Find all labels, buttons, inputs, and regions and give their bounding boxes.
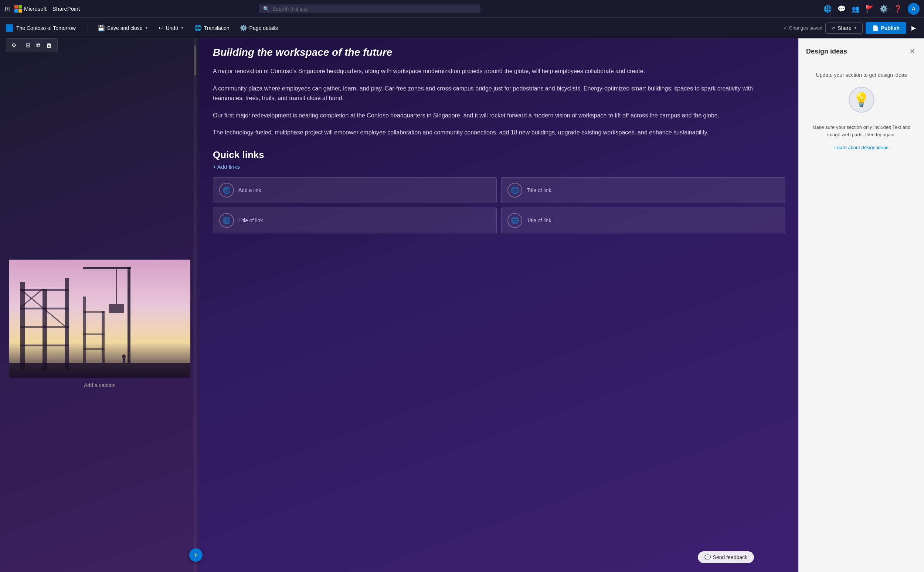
changes-saved: ✓ Changes saved — [784, 25, 822, 31]
ms-yellow-square — [19, 9, 22, 12]
link-item-3[interactable]: 🌐 Title of link — [501, 208, 785, 233]
design-lightbulb: 💡 — [847, 87, 876, 116]
brand-icon — [6, 24, 13, 32]
design-panel-title: Design ideas — [806, 48, 847, 55]
link-icon-3: 🌐 — [508, 213, 522, 228]
undo-button[interactable]: ↩ Undo ▼ — [155, 22, 187, 34]
share-label: Share — [838, 25, 851, 31]
design-panel-body: Update your section to get design ideas … — [799, 63, 924, 572]
help-icon[interactable]: 🌐 — [823, 5, 832, 13]
add-links-button[interactable]: + Add links — [213, 163, 785, 170]
sharepoint-label: SharePoint — [53, 6, 80, 12]
app-grid-icon[interactable]: ⊞ — [5, 5, 10, 13]
ms-green-square — [19, 5, 22, 8]
quick-links-title: Quick links — [213, 149, 785, 161]
link-label-2: Title of link — [238, 218, 263, 224]
copy-button[interactable]: ⧉ — [34, 40, 42, 50]
design-close-button[interactable]: ✕ — [908, 46, 916, 57]
top-navigation: ⊞ Microsoft SharePoint 🔍 🌐 💬 👥 🚩 ⚙️ ❓ A — [0, 0, 924, 18]
undo-icon: ↩ — [159, 24, 164, 31]
save-caret-icon: ▼ — [145, 26, 149, 30]
design-description: Make sure your section only includes Tex… — [806, 124, 916, 138]
send-feedback-button[interactable]: 💬 Send feedback — [698, 551, 754, 563]
add-section-icon: + — [194, 550, 198, 560]
ms-squares — [14, 5, 22, 12]
svg-rect-21 — [83, 333, 104, 335]
publish-icon: 📄 — [872, 25, 879, 31]
publish-button[interactable]: 📄 Publish — [866, 22, 906, 34]
svg-rect-10 — [20, 326, 69, 328]
article-paragraph-1: A major renovation of Contoso's Singapor… — [213, 67, 785, 76]
sidebar-toggle-icon[interactable]: ▶ — [909, 22, 918, 34]
search-icon: 🔍 — [263, 6, 270, 12]
right-content-panel: Building the workspace of the future A m… — [199, 39, 798, 572]
delete-button[interactable]: 🗑 — [44, 40, 55, 50]
add-links-label: + Add links — [213, 163, 240, 170]
undo-label: Undo — [165, 25, 178, 31]
question-icon[interactable]: ❓ — [894, 5, 902, 13]
svg-rect-22 — [83, 348, 104, 350]
brand-name: The Contoso of Tomorrow — [16, 25, 76, 31]
svg-rect-7 — [65, 278, 69, 370]
link-item-2[interactable]: 🌐 Title of link — [213, 208, 497, 233]
edit-toolbar: ✥ ⊞ ⧉ 🗑 — [6, 39, 58, 52]
scaffold-svg — [9, 260, 190, 378]
page-details-label: Page details — [249, 25, 278, 31]
page-details-button[interactable]: ⚙️ Page details — [236, 22, 282, 34]
share-icon: ↗ — [831, 25, 835, 31]
image-caption[interactable]: Add a caption — [84, 382, 116, 388]
link-icon-2: 🌐 — [219, 213, 234, 228]
design-learn-link[interactable]: Learn about design ideas — [834, 145, 888, 150]
save-close-button[interactable]: 💾 Save and close ▼ — [94, 22, 152, 34]
design-panel-header: Design ideas ✕ — [799, 39, 924, 63]
avatar[interactable]: A — [908, 3, 919, 15]
changes-saved-label: Changes saved — [789, 25, 822, 31]
microsoft-logo: Microsoft — [14, 5, 47, 12]
people-icon[interactable]: 👥 — [852, 5, 860, 13]
link-item-0[interactable]: 🌐 Add a link — [213, 177, 497, 203]
add-section-button[interactable]: + — [189, 549, 203, 562]
toolbar-right: ✓ Changes saved ↗ Share ▼ 📄 Publish ▶ — [784, 22, 918, 34]
link-label-0: Add a link — [238, 187, 261, 193]
lightbulb-circle: 💡 — [849, 87, 874, 113]
article-paragraph-3: Our first major redevelopment is nearing… — [213, 111, 785, 120]
construction-image[interactable] — [9, 260, 190, 378]
svg-rect-2 — [83, 267, 131, 269]
lightbulb-icon: 💡 — [853, 92, 869, 107]
links-grid: 🌐 Add a link 🌐 Title of link 🌐 Title of … — [213, 177, 785, 233]
ms-red-square — [14, 5, 18, 8]
svg-rect-20 — [83, 311, 104, 313]
send-feedback-label: Send feedback — [713, 554, 747, 560]
article-paragraph-2: A community plaza where employees can ga… — [213, 84, 785, 103]
publish-label: Publish — [881, 25, 900, 31]
chat-icon[interactable]: 💬 — [838, 5, 846, 13]
svg-rect-11 — [20, 345, 69, 347]
search-input[interactable] — [273, 6, 476, 12]
edit-settings-button[interactable]: ⊞ — [23, 40, 33, 50]
translation-button[interactable]: 🌐 Translation — [191, 22, 233, 34]
svg-point-16 — [122, 354, 126, 358]
svg-rect-8 — [20, 289, 69, 291]
ms-blue-square — [14, 9, 18, 12]
svg-rect-15 — [9, 363, 190, 378]
link-icon-1: 🌐 — [508, 183, 522, 197]
share-button[interactable]: ↗ Share ▼ — [825, 23, 863, 34]
link-label-1: Title of link — [527, 187, 551, 193]
article-title: Building the workspace of the future — [213, 46, 785, 59]
toolbar-divider-1 — [87, 23, 88, 34]
move-button[interactable]: ✥ — [9, 40, 19, 50]
share-caret-icon: ▼ — [854, 26, 857, 30]
main-layout: Add a caption Building the workspace of … — [0, 39, 924, 572]
scroll-indicator — [194, 39, 196, 572]
search-bar[interactable]: 🔍 — [259, 5, 480, 13]
save-icon: 💾 — [98, 24, 105, 31]
design-update-text: Update your section to get design ideas — [806, 72, 916, 78]
brand-area: The Contoso of Tomorrow — [6, 24, 76, 32]
svg-rect-17 — [123, 358, 125, 363]
flag-icon[interactable]: 🚩 — [866, 5, 874, 13]
settings-icon[interactable]: ⚙️ — [880, 5, 888, 13]
page-toolbar: The Contoso of Tomorrow 💾 Save and close… — [0, 18, 924, 39]
edit-separator — [21, 42, 21, 49]
feedback-icon: 💬 — [704, 554, 711, 560]
link-item-1[interactable]: 🌐 Title of link — [501, 177, 785, 203]
